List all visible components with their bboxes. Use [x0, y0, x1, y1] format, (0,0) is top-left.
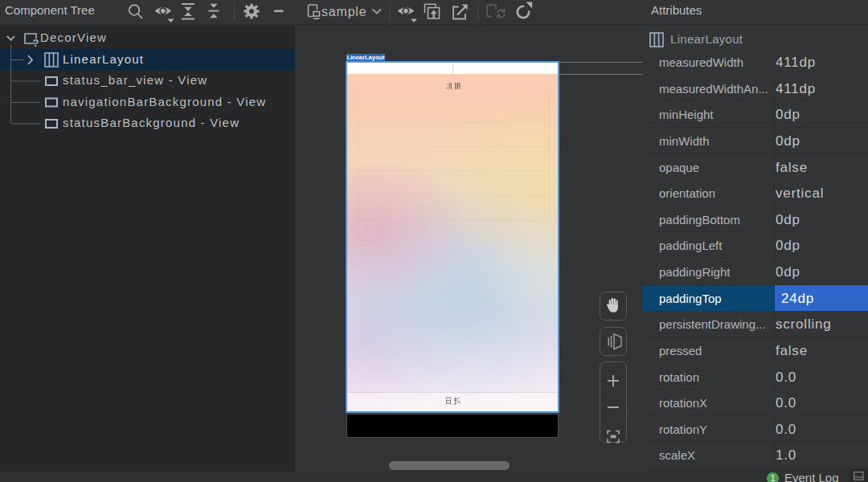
- svg-text:?: ?: [33, 37, 39, 49]
